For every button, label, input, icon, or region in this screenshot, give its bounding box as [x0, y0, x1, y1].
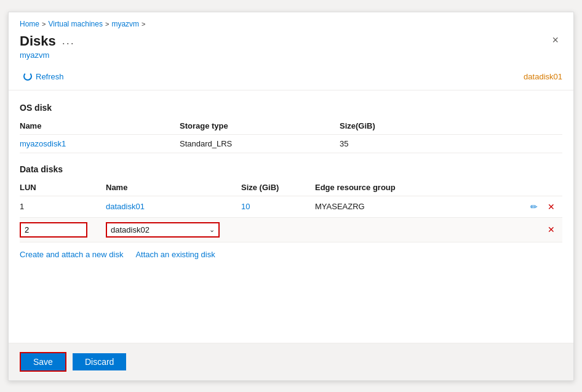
os-disk-storage-type: Standard_LRS: [180, 134, 340, 153]
os-col-size: Size(GiB): [340, 118, 562, 135]
breadcrumb-vms[interactable]: Virtual machines: [48, 20, 103, 28]
os-col-name: Name: [20, 118, 180, 135]
breadcrumb-vm[interactable]: myazvm: [111, 20, 139, 28]
footer: Save Discard: [9, 343, 573, 380]
panel-title-text: Disks: [20, 33, 56, 49]
add-links: Create and attach a new disk Attach an e…: [20, 242, 562, 264]
breadcrumb-sep-3: >: [142, 20, 145, 28]
close-button[interactable]: ×: [548, 33, 562, 47]
dd-name-1[interactable]: datadisk01: [106, 196, 241, 217]
dd-name-dropdown[interactable]: datadisk02 ⌄: [106, 222, 220, 238]
dd-remove-button-new[interactable]: ✕: [545, 223, 557, 236]
data-disk-row: 1 datadisk01 10 MYASEAZRG ✏ ✕: [20, 196, 562, 217]
content: OS disk Name Storage type Size(GiB) myaz…: [9, 90, 573, 343]
discard-button[interactable]: Discard: [73, 353, 126, 370]
dd-size-1: 10: [241, 196, 315, 217]
os-disk-table: Name Storage type Size(GiB) myazosdisk1 …: [20, 118, 562, 153]
dd-edit-button-1[interactable]: ✏: [528, 201, 540, 213]
panel-title-area: Disks ... myazvm: [20, 33, 75, 60]
attach-existing-disk-link[interactable]: Attach an existing disk: [135, 250, 215, 259]
data-disks-section-title: Data disks: [20, 164, 562, 174]
os-disk-name[interactable]: myazosdisk1: [20, 134, 180, 153]
panel-more-options[interactable]: ...: [62, 34, 75, 47]
dd-edge-rg-value-1: MYASEAZRG: [315, 202, 365, 211]
dd-col-lun: LUN: [20, 179, 106, 196]
panel: Home > Virtual machines > myazvm > Disks…: [8, 12, 574, 381]
dd-lun-1: 1: [20, 196, 106, 217]
dd-remove-button-1[interactable]: ✕: [545, 201, 557, 213]
panel-subtitle: myazvm: [20, 50, 75, 60]
dd-name-new-cell: datadisk02 ⌄: [106, 217, 241, 242]
dd-edge-rg-1: MYASEAZRG ✏ ✕: [315, 196, 562, 217]
dd-name-dropdown-value: datadisk02: [111, 225, 149, 234]
dd-row-actions-1: ✏ ✕: [528, 201, 557, 213]
data-disks-table: LUN Name Size (GiB) Edge resource group …: [20, 179, 562, 242]
dd-col-edge-rg: Edge resource group: [315, 179, 562, 196]
data-disk-new-row: datadisk02 ⌄ ✕: [20, 217, 562, 242]
os-disk-row: myazosdisk1 Standard_LRS 35: [20, 134, 562, 153]
dd-lun-input[interactable]: [20, 222, 87, 238]
refresh-button[interactable]: Refresh: [20, 70, 68, 84]
os-col-storage: Storage type: [180, 118, 340, 135]
panel-header: Disks ... myazvm ×: [9, 31, 573, 66]
toolbar: Refresh datadisk01: [9, 66, 573, 90]
create-attach-new-disk-link[interactable]: Create and attach a new disk: [20, 250, 123, 259]
breadcrumb-home[interactable]: Home: [20, 20, 39, 28]
refresh-icon: [23, 72, 32, 81]
panel-title: Disks ...: [20, 33, 75, 49]
breadcrumb: Home > Virtual machines > myazvm >: [9, 12, 573, 31]
os-disk-size: 35: [340, 134, 562, 153]
dd-edge-rg-new: ✕: [315, 217, 562, 242]
breadcrumb-sep-2: >: [105, 20, 109, 28]
os-disk-section-title: OS disk: [20, 103, 562, 113]
dd-col-name: Name: [106, 179, 241, 196]
refresh-label: Refresh: [36, 72, 64, 81]
breadcrumb-sep-1: >: [42, 20, 46, 28]
dd-col-size: Size (GiB): [241, 179, 315, 196]
save-button[interactable]: Save: [20, 352, 66, 372]
dd-size-new: [241, 217, 315, 242]
dd-lun-new-cell: [20, 217, 106, 242]
toolbar-disk-link[interactable]: datadisk01: [524, 72, 562, 81]
chevron-down-icon: ⌄: [209, 226, 215, 234]
